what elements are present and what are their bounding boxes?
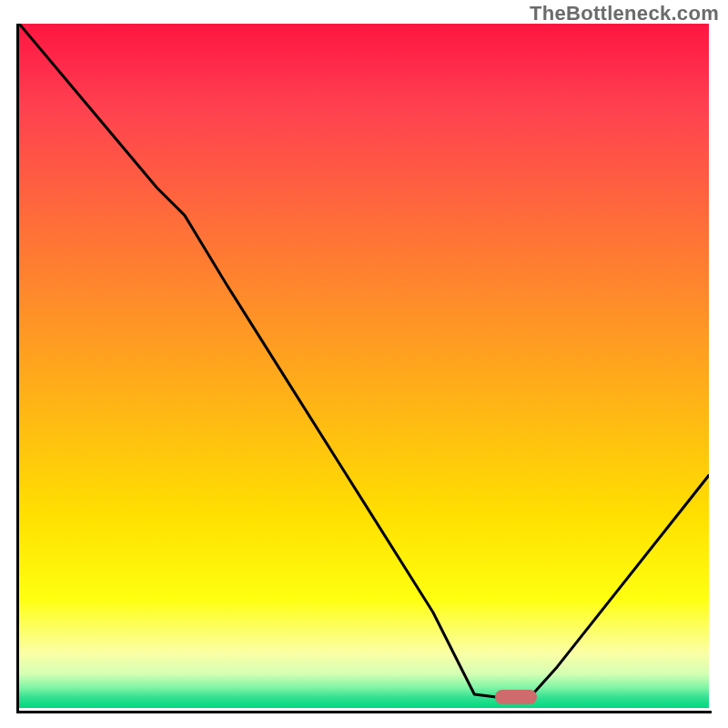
- chart-container: TheBottleneck.com: [0, 0, 728, 728]
- optimal-point-marker: [495, 690, 537, 704]
- line-series: [19, 24, 709, 708]
- plot-area: [19, 24, 709, 708]
- watermark-text: TheBottleneck.com: [530, 2, 719, 25]
